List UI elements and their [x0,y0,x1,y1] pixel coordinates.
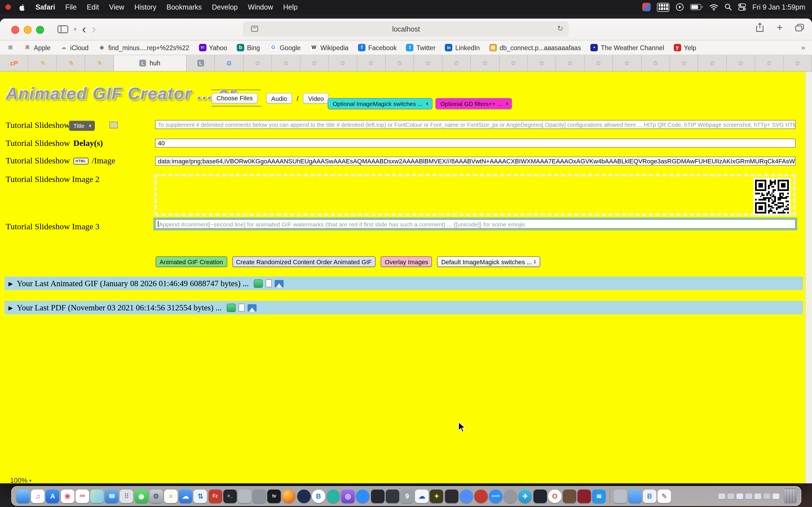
menu-item-bookmarks[interactable]: Bookmarks [161,3,207,11]
tab-icon[interactable]: G [215,55,244,71]
tab-bookmark[interactable]: ☆ [556,55,585,71]
tab-bookmark[interactable]: ☆ [642,55,670,71]
dock-blue-circle-app-icon[interactable] [356,489,370,503]
tab-bookmark[interactable]: ☆ [414,55,443,71]
dock-notes-icon[interactable]: ≡ [164,489,177,503]
dock-gray-app-icon[interactable] [253,489,266,503]
minimized-window-icon[interactable] [718,493,725,499]
tab-bookmark[interactable]: ☆ [442,55,471,71]
back-button[interactable]: ‹ [82,24,86,35]
gd-filters-select[interactable]: Optional GD filters++ ... ▲▼ [435,98,512,109]
dock-opera-icon[interactable]: O [548,489,562,503]
dock-dark-app-3-icon[interactable] [445,489,458,503]
minimized-window-icon[interactable] [772,493,779,499]
html-badge[interactable]: HTML [73,158,88,164]
title-config-input[interactable]: To supplement # delimited comments below… [155,120,796,129]
title-extra-box[interactable] [109,122,118,128]
dock-teal-app-icon[interactable] [326,489,340,503]
dock-dark-app-2-icon[interactable] [386,489,399,503]
minimized-window-icon[interactable] [755,493,761,499]
dock-onedrive-icon[interactable]: ☁ [415,489,428,503]
tab-bookmark[interactable]: ☆ [727,55,755,71]
tab-bookmark[interactable]: ☆ [698,55,727,71]
favorite-find-minus[interactable]: ◉find_minus....rep+%22s%22 [98,44,189,51]
image-icon[interactable] [274,280,284,287]
dock-launchpad-icon[interactable]: ⠿ [120,489,133,503]
menu-item-history[interactable]: History [130,3,161,11]
zoom-level-indicator[interactable]: 100%▾ [10,476,31,483]
dock-red-circle-app-icon[interactable] [474,489,488,503]
battery-icon[interactable] [690,4,703,10]
favorite-facebook[interactable]: fFacebook [358,44,397,51]
tab-bookmark[interactable]: ☆ [528,55,556,71]
dock-gray-circle-app-icon[interactable] [504,489,517,503]
dock-music-icon[interactable]: ♫ [31,489,45,503]
video-button[interactable]: Video [303,93,329,104]
image3-input[interactable]: Append #comment[~second line] for animat… [155,219,796,229]
favorite-bing[interactable]: bBing [237,44,260,51]
apple-menu-icon[interactable] [19,3,26,11]
dock-badge-9-icon[interactable]: 9 [400,489,414,503]
dock-mail-icon[interactable]: ✉ [105,489,118,503]
document-icon[interactable] [266,279,272,287]
dock-weather-icon[interactable]: ☁ [179,489,192,503]
dock-textedit-icon[interactable]: ✎ [658,489,671,503]
dock-downloads-folder-icon[interactable] [628,489,642,503]
address-bar[interactable]: localhost ↻ [243,21,569,37]
tab-bookmark[interactable]: ☆ [272,55,301,71]
menu-item-view[interactable]: View [104,3,130,11]
favorite-icloud[interactable]: ☁iCloud [60,44,89,51]
menu-item-edit[interactable]: Edit [82,3,104,11]
tab-bookmark[interactable]: ☆ [386,55,414,71]
tab-overview-icon[interactable] [795,23,804,31]
menu-bar-clock[interactable]: Fri 9 Jan 1:59pm [752,3,805,11]
favorite-google[interactable]: GGoogle [269,44,301,51]
gif-preview-icon[interactable] [227,303,236,312]
favorite-favorites-grid[interactable]: ⊞ [7,44,14,51]
document-icon[interactable] [239,304,245,312]
gif-preview-icon[interactable] [254,279,263,288]
menu-item-file[interactable]: File [60,3,82,11]
randomized-gif-button[interactable]: Create Randomized Content Order Animated… [232,256,376,267]
tab-bookmark[interactable]: ☆ [670,55,698,71]
forward-button[interactable]: › [92,24,96,35]
tab-icon[interactable]: ✎ [85,55,114,71]
dock-facetime-icon[interactable]: ◉ [135,489,148,503]
tab-bookmark[interactable]: ☆ [329,55,357,71]
dock-dark-red-app-icon[interactable] [577,489,591,503]
wifi-icon[interactable] [709,4,718,10]
tab-icon[interactable]: ✎ [57,55,86,71]
choose-files-button[interactable]: Choose Files [211,93,258,103]
dock-brown-app-icon[interactable] [563,489,576,503]
image2-dropzone[interactable] [154,174,796,216]
dock-bluesky-icon[interactable]: B [312,489,325,503]
tab-bookmark[interactable]: ☆ [300,55,329,71]
scrollbar[interactable] [805,71,812,483]
favorite-db-connect[interactable]: ▦db_connect.p...aaasaaafaas [490,44,581,51]
share-icon[interactable] [756,22,764,32]
minimize-window-button[interactable] [24,26,32,34]
menu-item-help[interactable]: Help [278,3,303,11]
dock-docker-icon[interactable]: ≋ [592,489,606,503]
tab-icon[interactable]: ✎ [29,55,57,71]
tab-bookmark[interactable]: ☆ [585,55,613,71]
dock-firefox-icon[interactable] [282,489,296,503]
dock-terminal-icon[interactable]: >_ [223,489,237,503]
favorite-apple[interactable]: ⌘Apple [24,44,50,51]
active-app-name[interactable]: Safari [31,3,60,11]
favorite-linkedin[interactable]: inLinkedIn [445,44,480,51]
reload-icon[interactable]: ↻ [557,24,563,33]
menu-item-develop[interactable]: Develop [207,3,243,11]
data-url-input[interactable]: data:image/png;base64,iVBORw0KGgoAAAANSU… [155,157,796,166]
tab-bookmark[interactable]: ☆ [471,55,499,71]
favorite-wikipedia[interactable]: WWikipedia [310,44,349,51]
control-center-icon[interactable] [738,3,746,11]
favorites-overflow-chevron[interactable]: » [801,43,805,52]
spotlight-search-icon[interactable] [725,3,732,11]
now-playing-icon[interactable] [675,3,684,11]
new-tab-button[interactable]: + [777,23,783,31]
dock-calendar-icon[interactable]: 268 [75,489,89,503]
image-icon[interactable] [248,304,257,311]
favorite-weather-channel[interactable]: ▪The Weather Channel [591,44,664,51]
favorite-yahoo[interactable]: Y!Yahoo [199,44,227,51]
